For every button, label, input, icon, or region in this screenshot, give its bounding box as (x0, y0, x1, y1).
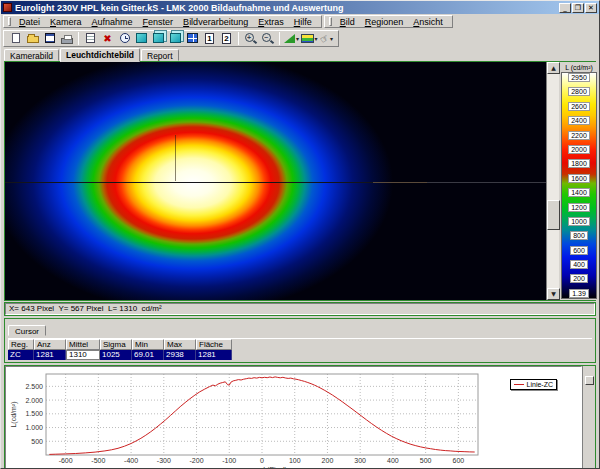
measurement-line[interactable] (5, 182, 546, 183)
menu-item-bildverarbeitung[interactable]: Bildverarbeitung (178, 16, 253, 28)
profile-chart[interactable]: 5001.0001.5002.0002.500-600-500-400-300-… (5, 366, 582, 469)
new-document-icon-glyph (12, 33, 20, 43)
scroll-up-icon[interactable]: ▲ (547, 62, 560, 74)
toolbar-grip[interactable] (329, 17, 332, 26)
panel-side-strip (582, 366, 595, 469)
clock-icon[interactable] (117, 31, 133, 46)
line-profile-plot[interactable]: 5001.0001.5002.0002.500-600-500-400-300-… (6, 367, 576, 469)
new-document-icon[interactable] (8, 31, 24, 46)
save-icon[interactable] (42, 31, 58, 46)
menu-item-aufnahme[interactable]: Aufnahme (87, 16, 138, 28)
minimize-button[interactable]: _ (559, 3, 571, 13)
dropdown-arrow-icon[interactable]: ▾ (296, 35, 299, 42)
color-scale-label: 400 (570, 260, 588, 269)
zoom-in-icon[interactable]: + (243, 31, 259, 46)
color-scale-label: 1600 (568, 174, 590, 183)
color-scale-label: 200 (570, 274, 588, 283)
svg-text:500: 500 (420, 457, 432, 464)
menu-item-hilfe[interactable]: Hilfe (289, 16, 317, 28)
zoom-out-icon[interactable]: − (260, 31, 276, 46)
title-bar: Eurolight 230V HPL kein Gitter.kS - LMK … (1, 1, 599, 14)
color-scale-label: 1200 (568, 203, 590, 212)
line-tool-icon[interactable]: ▾ (284, 31, 300, 46)
capture-series-icon[interactable] (168, 31, 184, 46)
restore-button[interactable]: ❐ (572, 3, 584, 13)
table-header-cell[interactable]: Anz (34, 339, 66, 350)
open-file-icon-glyph (27, 36, 39, 43)
status-frame: X= 643 Pixel Y= 567 Pixel L= 1310 cd/m² (4, 302, 596, 316)
zoom-out-icon-glyph: − (262, 33, 271, 42)
stop-icon[interactable]: ✖ (100, 31, 116, 46)
svg-text:-500: -500 (91, 457, 105, 464)
svg-text:1.500: 1.500 (25, 410, 43, 417)
hand-tool-icon[interactable]: ☞▾ (319, 31, 335, 46)
table-header-cell[interactable]: Min (132, 339, 164, 350)
svg-text:500: 500 (31, 438, 43, 445)
menu-item-fenster[interactable]: Fenster (138, 16, 179, 28)
table-header-cell[interactable]: Sigma (100, 339, 132, 350)
tab-kamerabild[interactable]: Kamerabild (4, 49, 59, 61)
color-scale-label: 1800 (568, 159, 590, 168)
menu-item-datei[interactable]: Datei (14, 16, 45, 28)
zoom-in-icon-glyph: + (245, 33, 254, 42)
palette-tool-icon[interactable]: ▾ (301, 31, 318, 46)
menu-item-bild[interactable]: Bild (335, 16, 360, 28)
svg-text:-300: -300 (157, 457, 171, 464)
table-cell[interactable]: ZC (8, 350, 34, 360)
grid-view-icon-glyph (187, 33, 198, 43)
table-cell[interactable]: 2938 (164, 350, 196, 360)
toolbar-grip[interactable] (8, 17, 11, 26)
color-scale-label: 800 (570, 231, 588, 240)
scrollbar-thumb[interactable] (547, 200, 560, 230)
tab-cursor[interactable]: Cursor (8, 325, 46, 336)
capture-image-icon[interactable] (134, 31, 150, 46)
image-vertical-scrollbar[interactable]: ▲ ▼ (546, 62, 559, 300)
tool-bar: ✖12+−▾▾☞▾ (1, 29, 599, 47)
app-icon (3, 3, 12, 12)
toolbar-separator (279, 32, 280, 45)
color-scale-label: 2200 (568, 131, 590, 140)
menu-item-regionen[interactable]: Regionen (360, 16, 409, 28)
view-2-button-glyph: 2 (222, 33, 231, 44)
luminance-image[interactable] (5, 62, 546, 300)
svg-text:0: 0 (260, 457, 264, 464)
svg-text:-600: -600 (59, 457, 73, 464)
color-scale-title: L (cd/m²) (561, 63, 597, 72)
close-button[interactable]: ✕ (585, 3, 597, 13)
table-row[interactable]: ZC12811310102569.0129381281 (8, 350, 592, 360)
table-cell[interactable]: 1281 (196, 350, 232, 360)
capture-stack-icon[interactable] (151, 31, 167, 46)
tab-leuchtdichtebild[interactable]: Leuchtdichtebild (60, 48, 140, 62)
palette-tool-icon-glyph (301, 34, 314, 43)
single-frame-icon-glyph (86, 33, 95, 43)
color-scale-label: 1400 (568, 188, 590, 197)
menu-item-kamera[interactable]: Kamera (45, 16, 87, 28)
svg-text:L(cd/m²): L(cd/m²) (10, 401, 18, 427)
view-1-button[interactable]: 1 (202, 31, 218, 46)
panel-options-button[interactable] (585, 376, 594, 385)
table-cell[interactable]: 1281 (34, 350, 66, 360)
table-header-cell[interactable]: Fläche (196, 339, 232, 350)
open-file-icon[interactable] (25, 31, 41, 46)
single-frame-icon[interactable] (83, 31, 99, 46)
grid-view-icon[interactable] (185, 31, 201, 46)
tab-report[interactable]: Report (141, 49, 179, 61)
table-header-cell[interactable]: Reg. (8, 339, 34, 350)
table-cell[interactable]: 1025 (100, 350, 132, 360)
toolbar-separator (78, 32, 79, 45)
chart-legend: Linie-ZC (510, 379, 557, 390)
menu-item-ansicht[interactable]: Ansicht (408, 16, 448, 28)
menu-item-extras[interactable]: Extras (253, 16, 289, 28)
table-cell[interactable]: 69.01 (132, 350, 164, 360)
view-2-button[interactable]: 2 (219, 31, 235, 46)
color-scale-label: 1000 (568, 217, 590, 226)
scroll-down-icon[interactable]: ▼ (547, 288, 560, 300)
window-title: Eurolight 230V HPL kein Gitter.kS - LMK … (15, 3, 558, 13)
svg-text:-400: -400 (124, 457, 138, 464)
print-icon[interactable] (59, 31, 75, 46)
table-cell[interactable]: 1310 (66, 350, 100, 360)
cursor-status-text: X= 643 Pixel Y= 567 Pixel L= 1310 cd/m² (5, 303, 595, 315)
svg-text:100: 100 (289, 457, 301, 464)
table-header-cell[interactable]: Max (164, 339, 196, 350)
table-header-cell[interactable]: Mittel (66, 339, 100, 350)
